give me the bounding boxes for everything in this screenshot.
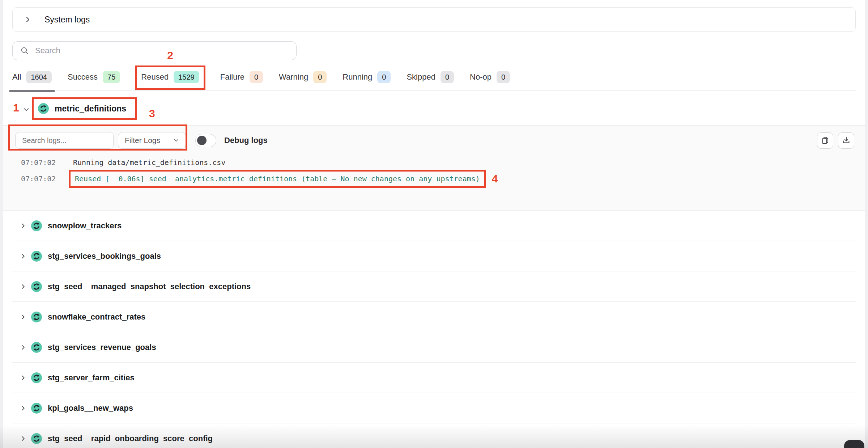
log-search-input[interactable] [15,132,114,149]
search-box [12,41,297,60]
download-icon [842,136,851,145]
run-name: snowflake_contract_rates [48,312,145,322]
count-badge: 0 [441,71,454,83]
run-row-kpi-goals-new-waps[interactable]: kpi_goals__new_waps [12,393,856,423]
search-input[interactable] [35,46,289,55]
tab-warning[interactable]: Warning 0 [279,71,327,83]
chevron-right-icon [20,283,26,290]
page-title: System logs [44,15,90,25]
search-icon [20,46,29,55]
debug-logs-label: Debug logs [224,136,268,145]
chevron-right-icon [20,344,26,351]
reused-status-icon [31,342,42,353]
tab-success[interactable]: Success 75 [68,71,120,83]
system-logs-header[interactable]: System logs [12,7,856,32]
chevron-right-icon [20,314,26,320]
reused-status-icon [31,281,42,292]
system-logs-sheet: System logs All 1604 Success 75 [3,0,865,448]
annotation-number-1: 1 [13,102,19,114]
log-timestamp: 07:07:02 [21,158,73,167]
chevron-right-icon [20,405,26,411]
run-name: stg_services_bookings_goals [48,252,161,261]
run-row-metric-definitions[interactable]: 1 metric_definitions [12,96,856,122]
log-message: Running data/metric_definitions.csv [73,158,225,167]
copy-icon [821,136,830,145]
annotation-box-4: Reused [ 0.06s] seed analytics.metric_de… [69,170,486,188]
log-line: 07:07:02 Running data/metric_definitions… [21,158,854,167]
tab-skipped[interactable]: Skipped 0 [407,71,454,83]
chevron-down-icon[interactable] [23,106,30,113]
run-row-stg-services-revenue-goals[interactable]: stg_services_revenue_goals [12,332,856,363]
tab-noop[interactable]: No-op 0 [470,71,510,83]
chevron-right-icon [20,375,26,381]
annotation-number-3: 3 [149,107,155,120]
tab-reused[interactable]: Reused 1529 2 [141,71,199,83]
chevron-right-icon [20,435,26,442]
tab-running[interactable]: Running 0 [342,71,391,83]
log-timestamp: 07:07:02 [21,174,73,183]
run-name: stg_server_farm_cities [48,373,135,383]
count-badge: 1604 [26,71,52,83]
run-row-snowplow-trackers[interactable]: snowplow_trackers [12,211,856,241]
overlay-corner-artifact [844,440,864,448]
count-badge: 0 [377,71,391,83]
run-name: stg_seed__managed_snapshot_selection_exc… [48,282,251,291]
reused-status-icon [31,433,42,444]
copy-logs-button[interactable] [817,132,833,149]
tab-all[interactable]: All 1604 [12,71,52,83]
reused-status-icon [31,220,42,231]
filter-logs-select[interactable]: Filter Logs [118,132,186,149]
annotation-number-4: 4 [492,173,498,185]
chevron-down-icon [173,138,179,143]
run-row-stg-services-bookings-goals[interactable]: stg_services_bookings_goals [12,241,856,271]
count-badge: 0 [497,71,510,83]
annotation-number-2: 2 [167,49,173,62]
reused-status-icon [38,103,49,114]
count-badge: 0 [250,71,263,83]
run-name: stg_seed__rapid_onboarding_score_config [48,434,213,443]
count-badge: 0 [313,71,327,83]
run-name: snowplow_trackers [48,221,122,231]
chevron-right-icon [20,223,26,229]
tab-failure[interactable]: Failure 0 [220,71,263,83]
log-line: 07:07:02 Reused [ 0.06s] seed analytics.… [21,170,854,188]
run-row-stg-server-farm-cities[interactable]: stg_server_farm_cities [12,363,856,393]
reused-status-icon [31,372,42,383]
download-logs-button[interactable] [838,132,854,149]
debug-logs-toggle[interactable] [195,134,216,147]
reused-status-icon [31,251,42,262]
annotation-box-1: metric_definitions [32,97,137,120]
log-panel: 3 Filter Logs Debug logs [3,125,865,211]
log-output: 07:07:02 Running data/metric_definitions… [21,158,854,188]
reused-status-icon [31,312,42,322]
count-badge: 75 [103,71,120,83]
run-name: kpi_goals__new_waps [48,403,133,413]
chevron-right-icon [20,253,26,259]
status-tabs: All 1604 Success 75 Reused 1529 2 Failur… [12,71,856,91]
reused-status-icon [31,403,42,414]
run-row-stg-seed-rapid-onboarding-score-config[interactable]: stg_seed__rapid_onboarding_score_config [12,423,856,448]
run-row-stg-seed-managed-snapshot-selection-exceptions[interactable]: stg_seed__managed_snapshot_selection_exc… [12,271,856,302]
run-row-snowflake-contract-rates[interactable]: snowflake_contract_rates [12,302,856,332]
log-toolbar: Filter Logs Debug logs [15,132,854,149]
run-list: snowplow_trackers stg_services_bookings_… [12,211,856,448]
toggle-knob [197,136,207,145]
run-name: metric_definitions [55,104,126,114]
count-badge: 1529 [174,71,199,83]
chevron-right-icon[interactable] [24,16,31,23]
run-name: stg_services_revenue_goals [48,343,156,352]
